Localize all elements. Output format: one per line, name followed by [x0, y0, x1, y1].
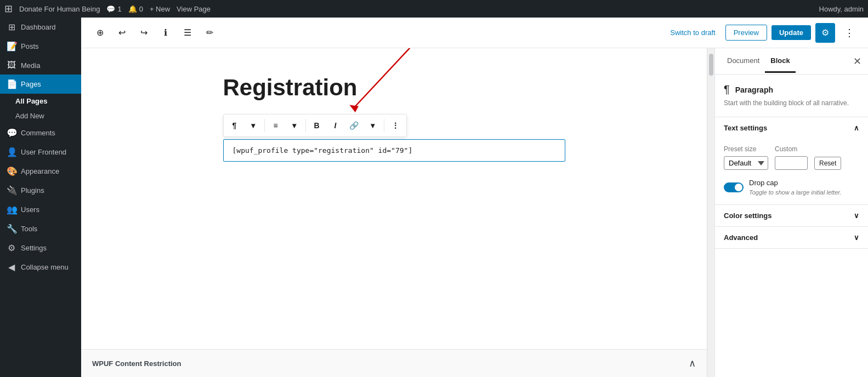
preset-size-group: Preset size Default Small Normal Medium …: [724, 145, 768, 170]
paragraph-dropdown-button[interactable]: ▾: [245, 117, 262, 134]
list-view-icon: ☰: [184, 27, 191, 38]
custom-size-input[interactable]: [775, 156, 808, 170]
bold-icon: B: [314, 121, 319, 130]
sidebar-item-user-frontend[interactable]: 👤 User Frontend: [0, 142, 81, 162]
block-paragraph-icon: ¶: [724, 83, 730, 96]
block-name-label: Paragraph: [735, 85, 773, 94]
block-info-title-row: ¶ Paragraph: [724, 83, 859, 96]
color-settings-header[interactable]: Color settings ∨: [715, 205, 868, 226]
sidebar-item-plugins[interactable]: 🔌 Plugins: [0, 181, 81, 200]
sidebar-label-media: Media: [21, 61, 40, 70]
site-name[interactable]: Donate For Human Being: [19, 5, 100, 13]
advanced-header[interactable]: Advanced ∨: [715, 227, 868, 248]
undo-icon: ↩: [118, 27, 126, 38]
sidebar-label-plugins: Plugins: [21, 186, 44, 195]
more-options-button[interactable]: ⋮: [839, 23, 859, 43]
sidebar-sub-add-new[interactable]: Add New: [0, 108, 81, 123]
sidebar-label-dashboard: Dashboard: [21, 23, 56, 31]
sidebar-item-users[interactable]: 👥 Users: [0, 200, 81, 219]
scrollbar[interactable]: [707, 48, 714, 377]
sidebar-item-pages[interactable]: 📄 Pages: [0, 75, 81, 94]
list-view-button[interactable]: ☰: [178, 23, 197, 43]
color-settings-title: Color settings: [724, 212, 771, 220]
howdy-text: Howdy, admin: [819, 5, 864, 13]
color-settings-chevron-icon: ∨: [854, 212, 859, 220]
update-button[interactable]: Update: [771, 25, 811, 40]
notif-icon: 🔔: [128, 5, 137, 13]
sidebar-item-media[interactable]: 🖼 Media: [0, 56, 81, 75]
sidebar-sub-all-pages[interactable]: All Pages: [0, 94, 81, 108]
media-icon: 🖼: [7, 60, 16, 70]
sidebar-label-pages: Pages: [21, 80, 41, 88]
block-more-button[interactable]: ⋮: [387, 117, 404, 134]
sidebar-label-appearance: Appearance: [21, 167, 59, 175]
new-content[interactable]: + New: [150, 5, 170, 13]
switch-to-draft-button[interactable]: Switch to draft: [665, 25, 721, 40]
admin-bar: ⊞ Donate For Human Being 💬 1 🔔 0 + New V…: [0, 0, 868, 18]
bottom-panel: WPUF Content Restriction ∧: [81, 349, 707, 377]
text-settings-section: Text settings ∧ Preset size Default Smal…: [715, 117, 868, 205]
redo-button[interactable]: ↪: [134, 23, 154, 43]
plugins-icon: 🔌: [7, 185, 16, 196]
sidebar-item-comments[interactable]: 💬 Comments: [0, 123, 81, 142]
paragraph-type-button[interactable]: ¶: [226, 117, 243, 134]
info-button[interactable]: ℹ: [156, 23, 175, 43]
reset-button[interactable]: Reset: [814, 157, 841, 170]
shortcode-block[interactable]: [wpuf_profile type="registration" id="79…: [223, 139, 565, 162]
text-settings-chevron-icon: ∧: [854, 124, 859, 132]
tools-button[interactable]: ✏: [200, 23, 219, 43]
sidebar-item-tools[interactable]: 🔧 Tools: [0, 219, 81, 238]
editor-body: Registration ¶ ▾ ≡: [81, 48, 868, 377]
align-icon: ≡: [273, 121, 277, 130]
kebab-icon: ⋮: [844, 27, 854, 39]
preset-size-select[interactable]: Default Small Normal Medium Large Huge: [724, 156, 768, 170]
link-dropdown-button[interactable]: ▾: [364, 117, 382, 134]
comments-count[interactable]: 💬 1: [106, 5, 121, 13]
undo-button[interactable]: ↩: [112, 23, 132, 43]
drop-cap-text-group: Drop cap Toggle to show a large initial …: [749, 179, 842, 196]
sidebar-item-dashboard[interactable]: ⊞ Dashboard: [0, 18, 81, 37]
sidebar-item-appearance[interactable]: 🎨 Appearance: [0, 162, 81, 181]
tab-document[interactable]: Document: [722, 50, 765, 73]
scrollbar-thumb[interactable]: [709, 54, 713, 76]
text-settings-header[interactable]: Text settings ∧: [715, 117, 868, 139]
editor-toolbar: ⊕ ↩ ↪ ℹ ☰ ✏ Switch to draft Preview Upda…: [81, 18, 868, 48]
wp-logo-icon[interactable]: ⊞: [4, 3, 13, 15]
page-title[interactable]: Registration: [223, 75, 565, 101]
sidebar-item-collapse[interactable]: ◀ Collapse menu: [0, 258, 81, 277]
advanced-title: Advanced: [724, 233, 758, 242]
italic-icon: I: [334, 121, 337, 130]
custom-size-group: Custom: [775, 145, 808, 170]
bottom-panel-label: WPUF Content Restriction: [92, 359, 181, 368]
sidebar-label-collapse: Collapse menu: [21, 263, 69, 271]
toolbar-separator-1: [264, 119, 265, 132]
sidebar-item-posts[interactable]: 📝 Posts: [0, 37, 81, 56]
info-icon: ℹ: [164, 27, 167, 38]
link-icon: 🔗: [349, 121, 359, 130]
link-button[interactable]: 🔗: [345, 117, 363, 134]
preview-button[interactable]: Preview: [725, 25, 767, 41]
gear-icon: ⚙: [821, 27, 829, 38]
italic-button[interactable]: I: [327, 117, 344, 134]
editor-canvas[interactable]: Registration ¶ ▾ ≡: [81, 48, 707, 377]
align-button[interactable]: ≡: [267, 117, 285, 134]
sidebar-label-posts: Posts: [21, 42, 39, 50]
tab-block[interactable]: Block: [765, 50, 795, 73]
sidebar-item-settings[interactable]: ⚙ Settings: [0, 238, 81, 258]
tools-icon: 🔧: [7, 224, 16, 234]
settings-button[interactable]: ⚙: [815, 23, 835, 43]
toolbar-separator-2: [305, 119, 306, 132]
notif-count[interactable]: 🔔 0: [128, 5, 143, 13]
close-icon: ✕: [853, 56, 861, 67]
view-page-link[interactable]: View Page: [177, 5, 211, 13]
right-sidebar-close-button[interactable]: ✕: [853, 55, 861, 67]
bottom-panel-toggle-button[interactable]: ∧: [689, 357, 696, 369]
align-dropdown-button[interactable]: ▾: [286, 117, 303, 134]
drop-cap-toggle[interactable]: [724, 182, 744, 192]
bold-button[interactable]: B: [308, 117, 326, 134]
block-toolbar: ¶ ▾ ≡ ▾ B: [223, 114, 407, 137]
add-block-button[interactable]: ⊕: [90, 23, 110, 43]
comment-icon: 💬: [106, 5, 115, 13]
chevron-up-icon: ∧: [689, 358, 696, 369]
color-settings-section: Color settings ∨: [715, 205, 868, 227]
